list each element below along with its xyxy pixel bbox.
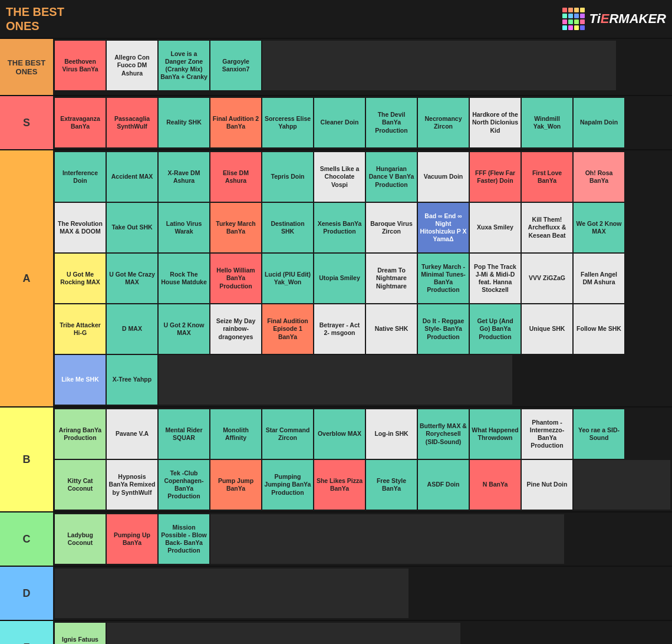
tier-item[interactable]: Xenesis BanYa Production bbox=[314, 203, 365, 252]
tier-item[interactable]: Final Audition 2 BanYa bbox=[210, 98, 261, 147]
tier-item[interactable]: The Revolution MAX & DOOM bbox=[55, 203, 106, 252]
tier-item[interactable]: Fallen Angel DM Ashura bbox=[574, 254, 624, 303]
tier-item[interactable]: Pavane V.A bbox=[107, 409, 157, 459]
tier-item[interactable]: Turkey March - Minimal Tunes- BanYa Prod… bbox=[418, 254, 469, 303]
tier-item[interactable]: Destination SHK bbox=[262, 203, 313, 252]
tier-item[interactable]: Seize My Day rainbow-dragoneyes bbox=[210, 304, 261, 354]
tier-item[interactable]: X-Rave DM Ashura bbox=[159, 152, 209, 202]
tier-item[interactable]: Ignis Fatuus BanYa Remixed by DM Ashura bbox=[55, 623, 106, 644]
tier-item[interactable]: Vacuum Doin bbox=[418, 152, 469, 202]
tier-item[interactable]: Pump Jump BanYa bbox=[210, 460, 261, 510]
tier-item[interactable]: Monolith Affinity bbox=[210, 409, 261, 459]
tier-item[interactable]: VVV ZiGZaG bbox=[522, 254, 572, 303]
tier-item[interactable]: Rock The House Matduke bbox=[159, 254, 209, 303]
tier-item[interactable]: Kill Them! Archefluxx & Kesean Beat bbox=[522, 203, 572, 252]
tier-item[interactable]: Sorceress Elise Yahpp bbox=[262, 98, 313, 147]
tier-row-F: FIgnis Fatuus BanYa Remixed by DM Ashura bbox=[0, 620, 672, 644]
logo-cell bbox=[574, 14, 579, 18]
tier-item[interactable]: Napalm Doin bbox=[574, 98, 624, 147]
tier-item[interactable]: Tribe Attacker Hi-G bbox=[55, 304, 106, 354]
tier-label-A: A bbox=[0, 150, 53, 406]
tier-item[interactable]: FFF (Flew Far Faster) Doin bbox=[470, 152, 521, 202]
tier-item[interactable]: Allegro Con Fuoco DM Ashura bbox=[107, 41, 157, 90]
tier-item[interactable]: Mental Rider SQUAR bbox=[159, 409, 209, 459]
logo-cell bbox=[562, 8, 567, 12]
logo-grid bbox=[562, 8, 585, 30]
tier-item[interactable]: Utopia Smiley bbox=[314, 254, 365, 303]
tier-item[interactable]: U Got Me Crazy MAX bbox=[107, 254, 157, 303]
tier-item[interactable]: Turkey March BanYa bbox=[210, 203, 261, 252]
tier-item[interactable]: Hungarian Dance V BanYa Production bbox=[366, 152, 417, 202]
tier-item[interactable]: ASDF Doin bbox=[418, 460, 469, 510]
tier-item[interactable]: Native SHK bbox=[366, 304, 417, 354]
tier-item[interactable]: Passacaglia SynthWulf bbox=[107, 98, 157, 147]
tier-item[interactable]: Arirang BanYa Production bbox=[55, 409, 106, 459]
tier-item[interactable]: Mission Possible - Blow Back- BanYa Prod… bbox=[159, 514, 209, 564]
logo-cell bbox=[568, 8, 573, 12]
tier-item[interactable]: Lucid (PIU Edit) Yak_Won bbox=[262, 254, 313, 303]
tier-item[interactable]: Windmill Yak_Won bbox=[522, 98, 572, 147]
tier-item[interactable]: Overblow MAX bbox=[314, 409, 365, 459]
tier-item[interactable]: Elise DM Ashura bbox=[210, 152, 261, 202]
tier-items-D bbox=[53, 567, 672, 620]
tier-item[interactable]: Bad ∞ End ∞ Night Hitoshizuku P X YamaΔ bbox=[418, 203, 469, 252]
tier-item[interactable]: Smells Like a Chocolate Vospi bbox=[314, 152, 365, 202]
tier-item[interactable]: The Devil BanYa Production bbox=[366, 98, 417, 147]
tier-item[interactable]: Necromancy Zircon bbox=[418, 98, 469, 147]
tier-item[interactable]: Extravaganza BanYa bbox=[55, 98, 106, 147]
tier-item[interactable]: Kitty Cat Coconut bbox=[55, 460, 106, 510]
tier-item[interactable]: Final Audition Episode 1 BanYa bbox=[262, 304, 313, 354]
tier-item[interactable]: Accident MAX bbox=[107, 152, 157, 202]
tier-item[interactable]: Like Me SHK bbox=[55, 355, 106, 405]
tier-item[interactable]: Xuxa Smiley bbox=[470, 203, 521, 252]
tier-item[interactable]: Gargoyle Sanxion7 bbox=[210, 41, 261, 90]
tier-item[interactable]: Tepris Doin bbox=[262, 152, 313, 202]
tier-item[interactable]: Follow Me SHK bbox=[574, 304, 624, 354]
tier-item[interactable]: Latino Virus Warak bbox=[159, 203, 209, 252]
tier-item[interactable]: Baroque Virus Zircon bbox=[366, 203, 417, 252]
tier-item[interactable]: Cleaner Doin bbox=[314, 98, 365, 147]
tier-item[interactable]: Reality SHK bbox=[159, 98, 209, 147]
tier-item[interactable]: Beethoven Virus BanYa bbox=[55, 41, 106, 90]
tier-label-header-row: THE BEST ONES bbox=[0, 39, 53, 95]
logo-cell bbox=[580, 8, 585, 12]
tier-item[interactable]: We Got 2 Know MAX bbox=[574, 203, 624, 252]
tier-item[interactable]: Take Out SHK bbox=[107, 203, 157, 252]
tier-item[interactable]: Pop The Track J-Mi & Midi-D feat. Hanna … bbox=[470, 254, 521, 303]
tier-item[interactable]: Tek -Club Copenhagen- BanYa Production bbox=[159, 460, 209, 510]
tier-item[interactable]: U Got 2 Know MAX bbox=[159, 304, 209, 354]
tier-item[interactable]: Hardkore of the North Diclonius Kid bbox=[470, 98, 521, 147]
tier-item[interactable]: Unique SHK bbox=[522, 304, 572, 354]
tier-item[interactable]: Phantom - Intermezzo- BanYa Production bbox=[522, 409, 572, 459]
tier-empty bbox=[55, 569, 409, 618]
logo-cell bbox=[562, 25, 567, 30]
tier-item[interactable]: First Love BanYa bbox=[522, 152, 572, 202]
tier-item[interactable]: Pine Nut Doin bbox=[522, 460, 572, 510]
tier-item[interactable]: Yeo rae a SID-Sound bbox=[574, 409, 624, 459]
logo-cell bbox=[580, 25, 585, 30]
logo-cell bbox=[562, 14, 567, 18]
tier-item[interactable]: Betrayer - Act 2- msgoon bbox=[314, 304, 365, 354]
tier-item[interactable]: What Happened Throwdown bbox=[470, 409, 521, 459]
tier-item[interactable]: Do It - Reggae Style- BanYa Production bbox=[418, 304, 469, 354]
tier-item[interactable]: Pumping Jumping BanYa Production bbox=[262, 460, 313, 510]
tier-item[interactable]: Free Style BanYa bbox=[366, 460, 417, 510]
tier-item[interactable]: Star Command Zircon bbox=[262, 409, 313, 459]
tier-item[interactable]: Butterfly MAX & Rorychesell (SID-Sound) bbox=[418, 409, 469, 459]
tier-item[interactable]: She Likes Pizza BanYa bbox=[314, 460, 365, 510]
tier-item[interactable]: Love is a Danger Zone (Cranky Mix) BanYa… bbox=[159, 41, 209, 90]
tier-item[interactable]: Ladybug Coconut bbox=[55, 514, 106, 564]
tier-item[interactable]: D MAX bbox=[107, 304, 157, 354]
tier-item[interactable]: Log-in SHK bbox=[366, 409, 417, 459]
logo: TiERMAKER bbox=[562, 8, 666, 30]
tier-item[interactable]: Get Up (And Go) BanYa Production bbox=[470, 304, 521, 354]
tier-item[interactable]: X-Tree Yahpp bbox=[107, 355, 157, 405]
tier-item[interactable]: U Got Me Rocking MAX bbox=[55, 254, 106, 303]
tier-item[interactable]: N BanYa bbox=[470, 460, 521, 510]
tier-item[interactable]: Dream To Nightmare Nightmare bbox=[366, 254, 417, 303]
tier-item[interactable]: Hello William BanYa Production bbox=[210, 254, 261, 303]
tier-item[interactable]: Interference Doin bbox=[55, 152, 106, 202]
tier-item[interactable]: Pumping Up BanYa bbox=[107, 514, 157, 564]
tier-item[interactable]: Hypnosis BanYa Remixed by SynthWulf bbox=[107, 460, 157, 510]
tier-item[interactable]: Oh! Rosa BanYa bbox=[574, 152, 624, 202]
